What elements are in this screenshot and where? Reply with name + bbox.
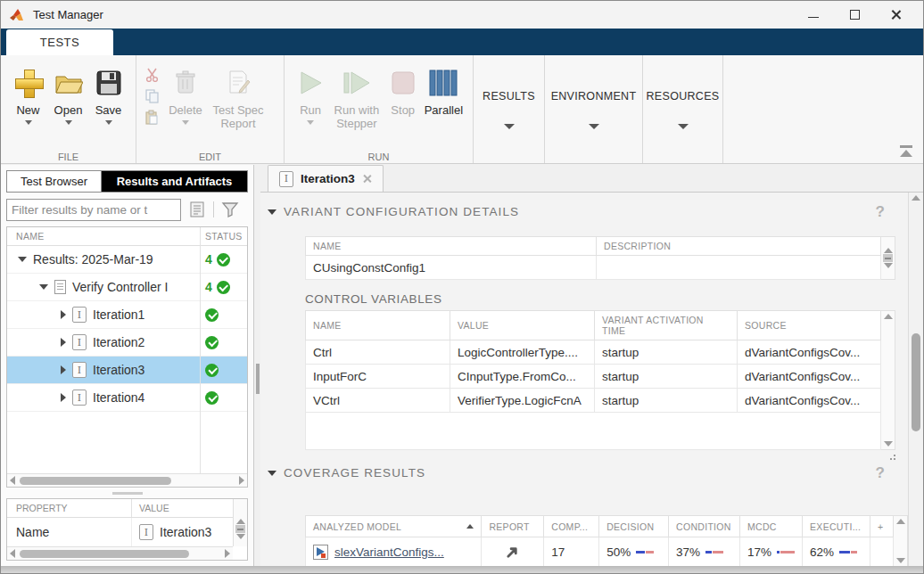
close-button[interactable] bbox=[889, 9, 902, 21]
scroll-up-icon bbox=[236, 519, 245, 524]
scrollbar-thumb[interactable] bbox=[883, 254, 893, 262]
column-header-name[interactable]: NAME bbox=[306, 237, 597, 256]
new-button[interactable]: New bbox=[8, 59, 48, 125]
chevron-right-icon[interactable] bbox=[61, 310, 66, 319]
chevron-down-icon[interactable] bbox=[39, 284, 48, 290]
column-header-property[interactable]: PROPERTY bbox=[7, 499, 132, 517]
parallel-bars-icon bbox=[428, 69, 458, 97]
scrollbar-thumb[interactable] bbox=[912, 333, 920, 431]
chevron-right-icon[interactable] bbox=[61, 393, 66, 402]
column-header-name[interactable]: NAME bbox=[7, 231, 201, 242]
save-button[interactable]: Save bbox=[88, 59, 128, 125]
column-header-status[interactable]: STATUS bbox=[201, 231, 247, 242]
property-vertical-scrollbar[interactable] bbox=[233, 499, 247, 546]
run-with-stepper-button[interactable]: Run with Stepper bbox=[329, 59, 384, 130]
gallery-resources[interactable]: RESOURCES bbox=[643, 55, 723, 163]
column-header-source[interactable]: SOURCE bbox=[738, 311, 881, 340]
tab-test-browser[interactable]: Test Browser bbox=[7, 171, 102, 192]
column-header-value[interactable]: VALUE bbox=[450, 311, 595, 340]
column-header-mcdc[interactable]: MCDC bbox=[740, 516, 803, 537]
tab-iteration3[interactable]: I Iteration3 bbox=[268, 165, 384, 192]
test-file-icon bbox=[54, 280, 66, 294]
parallel-button[interactable]: Parallel bbox=[422, 59, 466, 117]
column-header-analyzed-model[interactable]: ANALYZED MODEL bbox=[306, 516, 482, 537]
table-row[interactable]: InputForC CInputType.FromCo... startup d… bbox=[306, 365, 881, 389]
scroll-right-icon bbox=[225, 549, 230, 558]
property-row-name[interactable]: Name I Iteration3 bbox=[7, 518, 247, 546]
help-icon[interactable]: ? bbox=[876, 203, 885, 221]
pass-icon bbox=[205, 308, 219, 322]
model-link[interactable]: slexVariantConfigs... bbox=[334, 545, 444, 559]
open-button[interactable]: Open bbox=[48, 59, 88, 125]
tree-row-iteration3-selected[interactable]: I Iteration3 bbox=[7, 357, 247, 384]
column-header-execution[interactable]: EXECUTI... bbox=[803, 516, 870, 537]
filter-button[interactable] bbox=[220, 200, 240, 219]
table-row[interactable]: CUsingConstConfig1 bbox=[306, 256, 881, 280]
collapse-ribbon-button[interactable] bbox=[898, 145, 914, 158]
tree-row-test-file[interactable]: Verify Controller I 4 bbox=[7, 274, 247, 301]
help-icon[interactable]: ? bbox=[876, 464, 885, 482]
main-vertical-scrollbar[interactable] bbox=[908, 193, 923, 566]
scroll-up-icon bbox=[884, 248, 893, 253]
stop-button[interactable]: Stop bbox=[384, 59, 422, 117]
ribbon-group-run: Run Run with Stepper bbox=[285, 55, 474, 163]
column-header-description[interactable]: DESCRIPTION bbox=[597, 237, 881, 256]
copy-button[interactable] bbox=[144, 87, 161, 104]
scrollbar-thumb[interactable] bbox=[235, 525, 245, 533]
main-panel: I Iteration3 VARIANT CONFIGURATION DETAI… bbox=[260, 165, 923, 566]
paste-button[interactable] bbox=[144, 109, 161, 126]
minimize-button[interactable] bbox=[807, 9, 820, 21]
control-variables-scrollbar[interactable] bbox=[881, 310, 895, 450]
column-divider bbox=[200, 227, 201, 473]
iteration-icon: I bbox=[72, 390, 87, 406]
tree-row-iteration1[interactable]: I Iteration1 bbox=[7, 301, 247, 329]
run-play-icon bbox=[297, 70, 324, 96]
close-tab-icon[interactable] bbox=[362, 174, 372, 184]
vertical-splitter[interactable] bbox=[254, 165, 260, 566]
column-header-value[interactable]: VALUE bbox=[132, 503, 247, 513]
execution-coverage: 62% bbox=[810, 545, 862, 559]
tree-horizontal-scrollbar[interactable] bbox=[7, 473, 247, 487]
add-column-button[interactable]: + bbox=[870, 516, 894, 537]
chevron-down-icon[interactable] bbox=[18, 257, 27, 262]
run-button[interactable]: Run bbox=[292, 59, 329, 125]
variant-table-scrollbar[interactable] bbox=[881, 236, 895, 280]
table-row[interactable]: Ctrl LogicControllerType.... startup dVa… bbox=[306, 340, 881, 365]
tab-tests[interactable]: TESTS bbox=[6, 29, 113, 55]
column-header-report[interactable]: REPORT bbox=[482, 516, 544, 537]
property-horizontal-scrollbar[interactable] bbox=[7, 546, 233, 560]
cut-button[interactable] bbox=[144, 66, 161, 83]
gallery-environment[interactable]: ENVIRONMENT bbox=[545, 55, 643, 163]
chevron-right-icon[interactable] bbox=[61, 365, 66, 374]
column-header-condition[interactable]: CONDITION bbox=[669, 516, 740, 537]
column-header-decision[interactable]: DECISION bbox=[599, 516, 669, 537]
delete-button[interactable]: Delete bbox=[164, 59, 207, 125]
tree-row-iteration2[interactable]: I Iteration2 bbox=[7, 329, 247, 357]
open-report-button[interactable] bbox=[489, 545, 536, 559]
test-spec-report-button[interactable]: Test Spec Report bbox=[207, 59, 269, 130]
column-header-variant-activation-time[interactable]: VARIANT ACTIVATION TIME bbox=[595, 311, 738, 340]
coverage-table-scrollbar[interactable] bbox=[894, 515, 908, 566]
table-row[interactable]: VCtrl VerifierType.LogicFcnA startup dVa… bbox=[306, 389, 881, 413]
coverage-row[interactable]: slexVariantConfigs... 17 bbox=[306, 537, 894, 566]
scrollbar-thumb[interactable] bbox=[20, 477, 171, 485]
resize-grip-icon[interactable] bbox=[887, 451, 895, 460]
scroll-up-icon bbox=[896, 519, 905, 524]
maximize-button[interactable] bbox=[848, 9, 861, 21]
section-variant-configuration-details[interactable]: VARIANT CONFIGURATION DETAILS ? bbox=[268, 205, 895, 218]
section-coverage-results[interactable]: COVERAGE RESULTS ? bbox=[268, 466, 895, 480]
column-header-name[interactable]: NAME bbox=[306, 311, 450, 340]
coverage-bar bbox=[777, 551, 795, 554]
gallery-results[interactable]: RESULTS bbox=[474, 55, 545, 163]
filter-results-input[interactable] bbox=[6, 199, 181, 221]
tab-results-and-artifacts[interactable]: Results and Artifacts bbox=[102, 171, 247, 192]
tree-row-iteration4[interactable]: I Iteration4 bbox=[7, 384, 247, 412]
empty-row bbox=[306, 413, 881, 450]
tree-row-results[interactable]: Results: 2025-Mar-19 4 bbox=[7, 246, 247, 274]
scrollbar-thumb[interactable] bbox=[20, 550, 189, 558]
report-list-button[interactable] bbox=[187, 200, 207, 219]
coverage-table: ANALYZED MODEL REPORT COMP... DECISION C… bbox=[305, 515, 894, 566]
chevron-right-icon[interactable] bbox=[61, 338, 66, 347]
horizontal-splitter[interactable] bbox=[6, 488, 248, 498]
column-header-complexity[interactable]: COMP... bbox=[544, 516, 599, 537]
